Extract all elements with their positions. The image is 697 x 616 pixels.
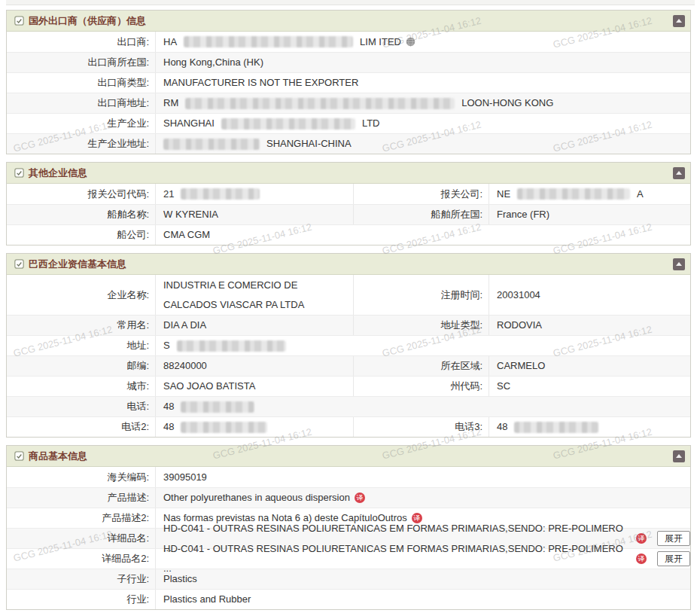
collapse-section-button[interactable] bbox=[673, 258, 685, 270]
section-brazil-company: 巴西企业资信基本信息 企业名称: INDUSTRIA E COMERCIO DE… bbox=[6, 253, 691, 438]
field-value: DIA A DIA bbox=[155, 316, 353, 335]
field-label: 船舶名称: bbox=[7, 205, 155, 224]
table-row: 出口商类型: MANUFACTURER IS NOT THE EXPORTER bbox=[7, 72, 690, 93]
field-value: 48 bbox=[155, 417, 353, 437]
section-title: 巴西企业资信基本信息 bbox=[29, 258, 126, 271]
field-value: Hong Kong,China (HK) bbox=[155, 53, 690, 72]
expand-button[interactable]: 展开 bbox=[657, 551, 690, 566]
collapse-section-button[interactable] bbox=[673, 15, 685, 27]
field-value: Plastics and Rubber bbox=[155, 590, 690, 609]
expand-button[interactable]: 展开 bbox=[657, 531, 690, 546]
table-row: 生产企业: SHANGHAILTD bbox=[7, 113, 690, 133]
field-label: 地址: bbox=[7, 336, 155, 355]
collapse-section-button[interactable] bbox=[673, 167, 685, 179]
table-row: 出口商: HALIM ITED bbox=[7, 32, 690, 52]
redacted-text bbox=[185, 98, 455, 109]
redacted-text bbox=[221, 118, 355, 130]
page: { "watermark": "GCG 2025-11-04 16:12", "… bbox=[0, 0, 697, 616]
field-value: MANUFACTURER IS NOT THE EXPORTER bbox=[155, 73, 690, 93]
field-value: SHANGHAI-CHINA bbox=[155, 134, 690, 154]
table-row: 生产企业地址: SHANGHAI-CHINA bbox=[7, 133, 690, 154]
check-square-icon bbox=[14, 168, 24, 178]
field-value: 21 bbox=[155, 184, 353, 204]
field-label: 企业名称: bbox=[7, 275, 155, 315]
field-label: 报关公司: bbox=[353, 184, 489, 204]
field-label: 详细品名2: bbox=[7, 549, 155, 569]
field-value: France (FR) bbox=[489, 205, 690, 224]
table-row: 常用名: DIA A DIA 地址类型: RODOVIA bbox=[7, 315, 690, 335]
translate-icon[interactable]: 译 bbox=[636, 553, 647, 564]
collapse-section-button[interactable] bbox=[673, 450, 685, 462]
section-header: 巴西企业资信基本信息 bbox=[7, 254, 690, 275]
table-row: 行业: Plastics and Rubber bbox=[7, 589, 690, 609]
section-foreign-exporter: 国外出口商（供应商）信息 出口商: HALIM ITED 出口商所在国: Hon… bbox=[6, 10, 691, 154]
field-label: 邮编: bbox=[7, 356, 155, 376]
redacted-text bbox=[177, 340, 286, 352]
translate-icon[interactable]: 译 bbox=[355, 492, 365, 503]
section-product-info: 商品基本信息 海关编码: 39095019 产品描述: Other polyur… bbox=[6, 445, 691, 610]
field-label: 电话3: bbox=[353, 417, 489, 437]
field-label: 船公司: bbox=[7, 225, 155, 245]
field-value: RODOVIA bbox=[489, 316, 690, 335]
field-label: 州代码: bbox=[353, 377, 489, 396]
field-label: 注册时间: bbox=[353, 275, 489, 315]
field-label: 城市: bbox=[7, 377, 155, 396]
field-value: S bbox=[155, 336, 690, 355]
section-other-company: 其他企业信息 报关公司代码: 21 报关公司: NEA 船舶名称: W KYRE… bbox=[6, 162, 691, 245]
field-value: SHANGHAILTD bbox=[155, 114, 690, 133]
translate-icon[interactable]: 译 bbox=[636, 533, 647, 544]
redacted-text bbox=[181, 188, 260, 200]
table-row: 船公司: CMA CGM bbox=[7, 224, 690, 245]
field-label: 电话2: bbox=[7, 417, 155, 437]
section-title: 国外出口商（供应商）信息 bbox=[29, 14, 146, 28]
triangle-up-icon bbox=[676, 454, 682, 458]
check-square-icon bbox=[14, 16, 24, 26]
table-row: 企业名称: INDUSTRIA E COMERCIO DE CALCADOS V… bbox=[7, 275, 690, 315]
field-value: Plastics bbox=[155, 569, 690, 589]
table-row: 子行业: Plastics bbox=[7, 569, 690, 589]
redacted-text bbox=[181, 422, 267, 433]
field-label: 地址类型: bbox=[353, 316, 489, 335]
table-row: 地址: S bbox=[7, 335, 690, 355]
field-value: SAO JOAO BATISTA bbox=[155, 377, 353, 396]
field-value: W KYRENIA bbox=[155, 205, 353, 224]
check-square-icon bbox=[14, 259, 24, 269]
field-value: NEA bbox=[489, 184, 690, 204]
section-title: 其他企业信息 bbox=[29, 166, 87, 180]
field-label: 产品描述: bbox=[7, 488, 155, 508]
table-row: 电话2: 48 电话3: 48 bbox=[7, 416, 690, 437]
field-label: 常用名: bbox=[7, 316, 155, 335]
field-label: 行业: bbox=[7, 590, 155, 609]
field-label: 出口商所在国: bbox=[7, 53, 155, 72]
field-value: 20031004 bbox=[489, 275, 690, 315]
field-value: Other polyurethanes in aqueous dispersio… bbox=[155, 488, 690, 508]
redacted-text bbox=[514, 422, 598, 433]
section-title: 商品基本信息 bbox=[29, 450, 87, 463]
triangle-up-icon bbox=[676, 19, 682, 23]
field-value: SC bbox=[489, 377, 690, 396]
field-label: 出口商地址: bbox=[7, 93, 155, 113]
table-row: 船舶名称: W KYRENIA 船舶所在国: France (FR) bbox=[7, 204, 690, 224]
globe-icon[interactable] bbox=[406, 37, 415, 47]
field-value: RMLOON-HONG KONG bbox=[155, 93, 690, 113]
table-row: 城市: SAO JOAO BATISTA 州代码: SC bbox=[7, 376, 690, 396]
field-label: 船舶所在国: bbox=[353, 205, 489, 224]
table-row: 出口商地址: RMLOON-HONG KONG bbox=[7, 93, 690, 113]
section-header: 商品基本信息 bbox=[7, 446, 690, 467]
field-label: 子行业: bbox=[7, 569, 155, 589]
redacted-text bbox=[163, 139, 260, 150]
redacted-text bbox=[517, 188, 630, 200]
field-label: 产品描述2: bbox=[7, 508, 155, 528]
redacted-text bbox=[181, 401, 254, 413]
field-value: HALIM ITED bbox=[155, 32, 690, 52]
triangle-up-icon bbox=[676, 171, 682, 175]
field-value: 48 bbox=[489, 417, 690, 437]
triangle-up-icon bbox=[676, 262, 682, 266]
field-label: 生产企业: bbox=[7, 114, 155, 133]
table-row: 邮编: 88240000 所在区域: CARMELO bbox=[7, 355, 690, 376]
field-label: 出口商类型: bbox=[7, 73, 155, 93]
field-value: 88240000 bbox=[155, 356, 353, 376]
field-value: INDUSTRIA E COMERCIO DE CALCADOS VIASCAR… bbox=[155, 275, 353, 315]
redacted-text bbox=[184, 36, 353, 47]
table-row: 海关编码: 39095019 bbox=[7, 467, 690, 487]
